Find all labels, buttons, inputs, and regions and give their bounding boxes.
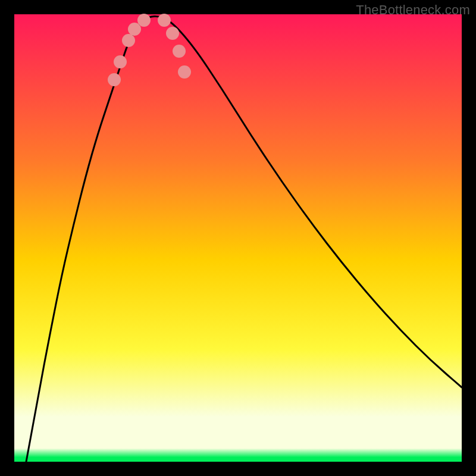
- watermark-text: TheBottleneck.com: [356, 2, 470, 18]
- curve-marker: [122, 34, 135, 47]
- chart-container: { "watermark": "TheBottleneck.com", "col…: [0, 0, 476, 476]
- curve-marker: [128, 23, 141, 36]
- curve-marker: [108, 73, 121, 86]
- curve-marker: [137, 14, 151, 27]
- curve-marker: [173, 45, 186, 58]
- curve-marker: [166, 27, 179, 40]
- curve-marker: [158, 14, 171, 27]
- gradient-plot-area: [14, 14, 462, 462]
- curve-marker: [114, 55, 127, 68]
- bottleneck-chart: [0, 0, 476, 476]
- curve-marker: [178, 65, 191, 79]
